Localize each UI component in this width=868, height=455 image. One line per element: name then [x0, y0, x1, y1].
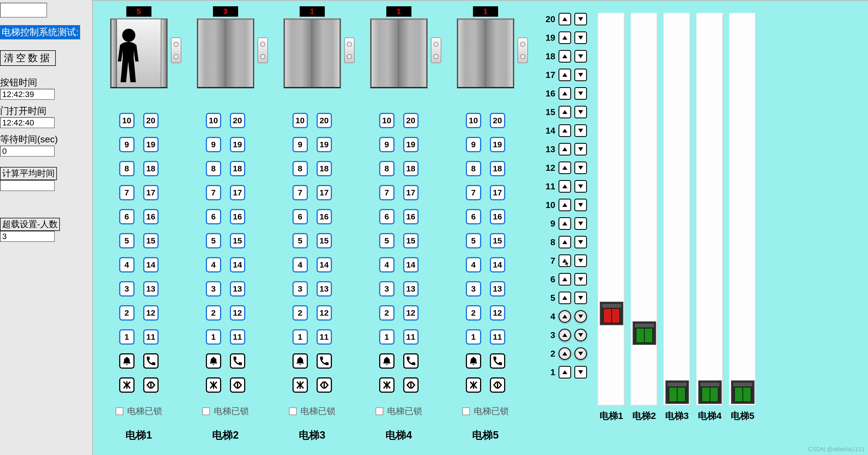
inside-floor-button-2[interactable]: 2 — [466, 305, 481, 321]
hall-up-button-6[interactable] — [559, 273, 571, 286]
inside-floor-button-18[interactable]: 18 — [490, 161, 505, 176]
inside-floor-button-7[interactable]: 7 — [379, 185, 395, 200]
overload-label-button[interactable]: 超载设置-人数 — [0, 218, 60, 231]
avg-field[interactable] — [0, 180, 55, 191]
hall-down-button-4[interactable] — [575, 310, 587, 323]
phone-icon[interactable] — [317, 353, 332, 369]
door-close-button[interactable] — [119, 378, 134, 393]
hall-up-button-17[interactable] — [559, 69, 571, 81]
inside-floor-button-9[interactable]: 9 — [379, 137, 395, 152]
door-close-button[interactable] — [292, 378, 308, 393]
inside-floor-button-19[interactable]: 19 — [403, 137, 418, 152]
hall-down-dot[interactable] — [434, 54, 438, 59]
inside-floor-button-7[interactable]: 7 — [292, 185, 308, 200]
inside-floor-button-10[interactable]: 10 — [206, 113, 221, 128]
compute-avg-button[interactable]: 计算平均时间 — [0, 167, 57, 180]
inside-floor-button-19[interactable]: 19 — [317, 137, 332, 152]
inside-floor-button-7[interactable]: 7 — [119, 185, 134, 200]
inside-floor-button-1[interactable]: 1 — [379, 329, 395, 345]
hall-down-button-16[interactable] — [575, 87, 587, 100]
inside-floor-button-11[interactable]: 11 — [490, 329, 505, 345]
inside-floor-button-3[interactable]: 3 — [379, 281, 395, 296]
inside-floor-button-10[interactable]: 10 — [379, 113, 395, 128]
elevator-locked-checkbox[interactable] — [202, 408, 210, 415]
inside-floor-button-1[interactable]: 1 — [466, 329, 481, 345]
inside-floor-button-6[interactable]: 6 — [292, 209, 308, 224]
overload-field[interactable]: 3 — [0, 231, 55, 242]
inside-floor-button-14[interactable]: 14 — [403, 257, 418, 272]
hall-up-button-14[interactable] — [559, 124, 571, 137]
inside-floor-button-13[interactable]: 13 — [403, 281, 418, 296]
inside-floor-button-13[interactable]: 13 — [317, 281, 332, 296]
hall-down-button-11[interactable] — [575, 180, 587, 193]
hall-down-button-7[interactable] — [575, 254, 587, 267]
inside-floor-button-12[interactable]: 12 — [490, 305, 505, 321]
door-close-button[interactable] — [466, 378, 481, 393]
bell-icon[interactable] — [466, 353, 481, 369]
inside-floor-button-6[interactable]: 6 — [379, 209, 395, 224]
hall-up-button-4[interactable] — [559, 310, 571, 323]
inside-floor-button-15[interactable]: 15 — [490, 233, 505, 249]
hall-up-dot[interactable] — [520, 42, 525, 47]
hall-up-button-1[interactable] — [559, 366, 571, 379]
inside-floor-button-2[interactable]: 2 — [292, 305, 308, 321]
inside-floor-button-18[interactable]: 18 — [403, 161, 418, 176]
hall-up-button-15[interactable] — [559, 106, 571, 118]
hall-down-button-13[interactable] — [575, 143, 587, 156]
door-open-field[interactable]: 12:42:40 — [0, 117, 55, 128]
inside-floor-button-2[interactable]: 2 — [206, 305, 221, 321]
inside-floor-button-11[interactable]: 11 — [317, 329, 332, 345]
inside-floor-button-7[interactable]: 7 — [206, 185, 221, 200]
inside-floor-button-19[interactable]: 19 — [490, 137, 505, 152]
inside-floor-button-5[interactable]: 5 — [292, 233, 308, 249]
inside-floor-button-15[interactable]: 15 — [230, 233, 245, 249]
inside-floor-button-8[interactable]: 8 — [466, 161, 481, 176]
inside-floor-button-12[interactable]: 12 — [143, 305, 159, 321]
hall-up-button-18[interactable] — [559, 50, 571, 63]
inside-floor-button-11[interactable]: 11 — [403, 329, 418, 345]
inside-floor-button-14[interactable]: 14 — [317, 257, 332, 272]
inside-floor-button-8[interactable]: 8 — [379, 161, 395, 176]
inside-floor-button-13[interactable]: 13 — [490, 281, 505, 296]
inside-floor-button-1[interactable]: 1 — [206, 329, 221, 345]
inside-floor-button-20[interactable]: 20 — [403, 113, 418, 128]
inside-floor-button-8[interactable]: 8 — [292, 161, 308, 176]
hall-down-dot[interactable] — [174, 54, 179, 59]
hall-up-button-5[interactable] — [559, 292, 571, 304]
phone-icon[interactable] — [490, 353, 505, 369]
inside-floor-button-15[interactable]: 15 — [403, 233, 418, 249]
inside-floor-button-4[interactable]: 4 — [206, 257, 221, 272]
inside-floor-button-9[interactable]: 9 — [119, 137, 134, 152]
inside-floor-button-3[interactable]: 3 — [119, 281, 134, 296]
phone-icon[interactable] — [143, 353, 159, 369]
inside-floor-button-16[interactable]: 16 — [490, 209, 505, 224]
hall-call-mini-panel[interactable] — [518, 37, 528, 63]
hall-down-dot[interactable] — [347, 54, 352, 59]
hall-down-button-1[interactable] — [575, 366, 587, 379]
bell-icon[interactable] — [206, 353, 221, 369]
hall-down-button-6[interactable] — [575, 273, 587, 286]
inside-floor-button-2[interactable]: 2 — [379, 305, 395, 321]
door-close-button[interactable] — [379, 378, 395, 393]
inside-floor-button-15[interactable]: 15 — [143, 233, 159, 249]
inside-floor-button-17[interactable]: 17 — [403, 185, 418, 200]
inside-floor-button-4[interactable]: 4 — [466, 257, 481, 272]
hall-up-button-19[interactable] — [559, 31, 571, 44]
hall-down-button-5[interactable] — [575, 292, 587, 304]
inside-floor-button-6[interactable]: 6 — [206, 209, 221, 224]
hall-up-button-2[interactable] — [559, 347, 571, 360]
hall-down-button-9[interactable] — [575, 217, 587, 230]
inside-floor-button-4[interactable]: 4 — [292, 257, 308, 272]
hall-down-button-2[interactable] — [575, 347, 587, 360]
inside-floor-button-16[interactable]: 16 — [143, 209, 159, 224]
hall-up-button-12[interactable] — [559, 162, 571, 174]
inside-floor-button-20[interactable]: 20 — [317, 113, 332, 128]
inside-floor-button-19[interactable]: 19 — [143, 137, 159, 152]
hall-down-button-20[interactable] — [575, 13, 587, 25]
hall-up-dot[interactable] — [434, 42, 438, 47]
elevator-locked-checkbox[interactable] — [289, 408, 297, 415]
top-blank-input[interactable] — [0, 3, 47, 18]
inside-floor-button-11[interactable]: 11 — [143, 329, 159, 345]
inside-floor-button-9[interactable]: 9 — [292, 137, 308, 152]
inside-floor-button-14[interactable]: 14 — [230, 257, 245, 272]
